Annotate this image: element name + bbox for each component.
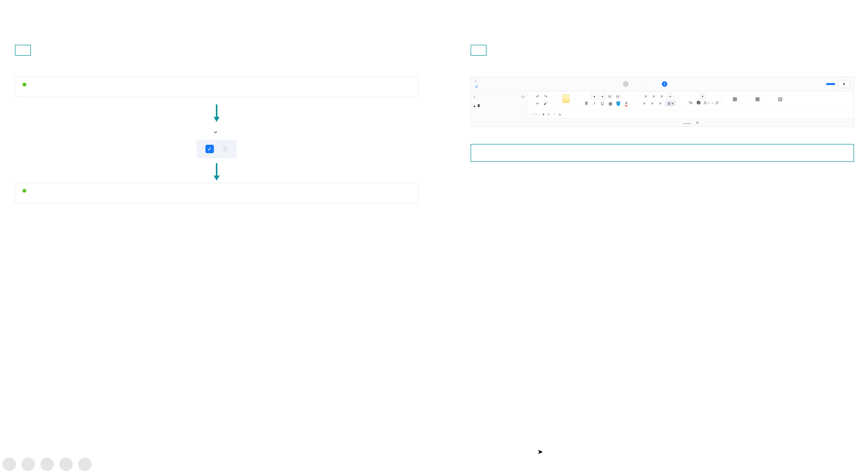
format-painter-icon[interactable]: 🖌 <box>542 100 549 106</box>
font-select[interactable]: ▾ <box>591 94 597 99</box>
bottom-toolbar <box>2 457 108 471</box>
right-panel: / ↺ 1 › 2 ▾ ‹ ⟳ ▸ 🡇 <box>471 45 854 162</box>
check-icon: ✓ <box>206 145 214 153</box>
cancel-edit-button[interactable] <box>814 83 823 85</box>
formula-input[interactable] <box>564 112 851 116</box>
checkbox-auto-fill[interactable]: ✓ i <box>196 140 237 158</box>
fill-color-icon[interactable]: 🪣 <box>615 100 621 106</box>
tg-cell: ▦ <box>749 94 767 108</box>
editor-sidebar: ‹ ⟳ ▸ 🡇 <box>471 91 528 126</box>
cell-button[interactable]: ▦ <box>752 94 763 104</box>
collapse-button[interactable] <box>97 459 108 470</box>
card-fill <box>15 183 418 203</box>
align-right-icon[interactable]: ≡ <box>657 100 663 106</box>
svg-marker-3 <box>214 176 220 180</box>
cursor-icon: ➤ <box>537 448 543 456</box>
tg-edit: ↶↷ ✂🖌 <box>531 94 552 108</box>
editor-header: / ↺ 1 › 2 ▾ <box>471 77 854 91</box>
bold-icon[interactable]: B <box>583 100 589 106</box>
undo-icon[interactable]: ↶ <box>535 94 540 100</box>
align-center-icon[interactable]: ≡ <box>649 100 655 106</box>
play-button[interactable] <box>22 457 35 471</box>
cut-icon[interactable]: ✂ <box>535 100 540 106</box>
pen-button[interactable] <box>40 457 54 471</box>
other-box <box>471 144 854 162</box>
card2-title <box>23 189 411 193</box>
svg-marker-1 <box>214 117 220 122</box>
edit-button[interactable]: ▤ <box>775 94 785 104</box>
sidebar-title: ‹ ⟳ <box>474 94 525 100</box>
wrap-button[interactable]: ↩ <box>666 94 674 99</box>
dec-dec-icon[interactable]: ←.0 <box>712 100 718 106</box>
tg-clipboard <box>557 94 575 108</box>
tg-number: ▾ % 🄌 .0→ ←.0 <box>684 94 721 108</box>
dropdown-icon[interactable]: ▾ <box>542 112 545 116</box>
preview-button[interactable] <box>826 83 835 85</box>
size-select[interactable]: ▾ <box>599 94 606 99</box>
more-button[interactable] <box>78 457 92 471</box>
paste-button[interactable] <box>561 94 571 104</box>
font-inc-icon[interactable]: A⁺ <box>608 94 614 100</box>
arrow-1 <box>15 104 418 124</box>
dec-inc-icon[interactable]: .0→ <box>704 100 710 106</box>
pct-icon[interactable]: % <box>688 100 694 106</box>
wizard-steps: 1 › 2 <box>482 81 810 87</box>
expand-toggle[interactable]: ⌄ <box>15 127 418 135</box>
redo-icon[interactable]: ↷ <box>542 94 549 100</box>
left-panel: ⌄ ✓ i <box>15 45 418 211</box>
add-sheet-button[interactable]: ⊕ <box>696 120 699 125</box>
info-icon: i <box>222 146 228 152</box>
tg-edit2: ▤ <box>772 94 789 108</box>
fx-icon[interactable]: fx <box>558 112 561 116</box>
confirm-formula-icon[interactable]: ✓ <box>553 112 556 116</box>
merge-button[interactable]: ⊞ ▾ <box>665 101 676 106</box>
underline-icon[interactable]: U <box>599 100 605 106</box>
tg-font: ▾ ▾ A⁺ A⁻ B I U ▦ 🪣 A <box>580 94 633 108</box>
align-mid-icon[interactable]: ≡ <box>651 94 657 100</box>
step-data-prep[interactable]: 1 <box>623 81 630 87</box>
ribbon-toolbar: ↶↷ ✂🖌 ▾ ▾ A⁺ A⁻ <box>528 92 854 111</box>
sheet-tab[interactable] <box>683 122 691 124</box>
border-icon[interactable]: ▦ <box>607 100 613 106</box>
italic-icon[interactable]: I <box>591 100 597 106</box>
left-title <box>15 45 31 56</box>
editor-screenshot: / ↺ 1 › 2 ▾ ‹ ⟳ ▸ 🡇 <box>471 77 854 127</box>
card-default <box>15 77 418 97</box>
comma-icon[interactable]: 🄌 <box>696 100 702 106</box>
save-button[interactable]: ▾ <box>838 80 850 88</box>
right-title <box>471 45 487 56</box>
prev-button[interactable] <box>2 457 16 471</box>
tg-align: ≡ ≡ ≡ ↩ ≡ ≡ ≡ ⊞ ▾ <box>638 94 679 108</box>
camera-button[interactable] <box>59 457 73 471</box>
sheet-tabs: ⊕ <box>528 118 854 126</box>
align-top-icon[interactable]: ≡ <box>643 94 649 100</box>
align-left-icon[interactable]: ≡ <box>642 100 647 106</box>
tg-style: ▦ <box>726 94 744 108</box>
card1-title <box>23 83 411 86</box>
tree-root[interactable]: ▸ 🡇 <box>474 102 525 110</box>
font-dec-icon[interactable]: A⁻ <box>616 94 621 100</box>
format-select[interactable]: ▾ <box>700 94 706 99</box>
arrow-2 <box>15 163 418 183</box>
style-button[interactable]: ▦ <box>730 94 740 104</box>
cancel-formula-icon[interactable]: ✕ <box>547 112 550 116</box>
align-bot-icon[interactable]: ≡ <box>659 94 664 100</box>
formula-bar: ▾ ✕ ✓ fx <box>528 111 854 118</box>
step-template-edit[interactable]: 2 <box>662 81 669 87</box>
text-color-icon[interactable]: A <box>623 100 629 106</box>
chevron-down-icon: ⌄ <box>213 127 218 135</box>
breadcrumb: / ↺ <box>475 79 478 89</box>
cell-ref[interactable] <box>531 114 540 115</box>
